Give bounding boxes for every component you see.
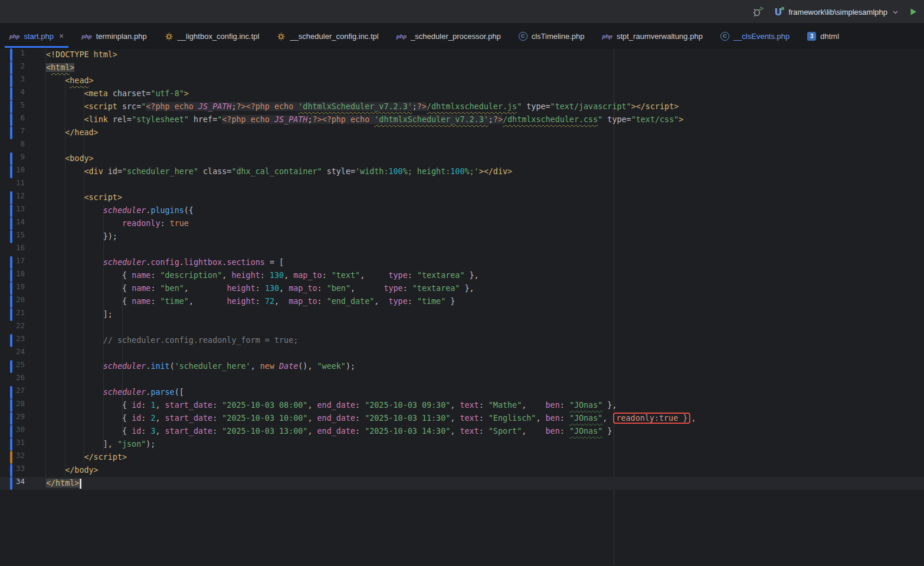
editor-tab[interactable]: phpterminplan.php <box>77 24 151 48</box>
code-line[interactable]: 17 scheduler.config.lightbox.sections = … <box>0 256 924 269</box>
code-line[interactable]: 28 { id: 1, start_date: "2025-10-03 08:0… <box>0 399 924 412</box>
line-number[interactable]: 14 <box>16 217 25 226</box>
line-number[interactable]: 26 <box>16 373 25 382</box>
run-button[interactable] <box>909 7 918 17</box>
run-configuration-selector[interactable]: U framework\lib\simplesamlphp <box>774 6 899 17</box>
code-line[interactable]: 31 ], "json"); <box>0 438 924 451</box>
gutter: 6 <box>0 113 46 126</box>
editor-tab[interactable]: C__clsEvents.php <box>716 24 794 48</box>
vcs-change-marker <box>10 217 12 230</box>
line-number[interactable]: 28 <box>16 399 25 408</box>
code-line[interactable]: 32 </script> <box>0 451 924 464</box>
line-number[interactable]: 4 <box>20 87 25 96</box>
code-line[interactable]: 34</html> <box>0 477 924 490</box>
line-number[interactable]: 22 <box>16 321 25 330</box>
line-number[interactable]: 1 <box>20 48 25 57</box>
code-line[interactable]: 11 <box>0 178 924 191</box>
code-token: : <box>322 271 332 280</box>
code-line[interactable]: 8 <box>0 139 924 152</box>
code-line[interactable]: 21 ]; <box>0 308 924 321</box>
code-line[interactable]: 19 { name: "ben", height: 130, map_to: "… <box>0 282 924 295</box>
code-line[interactable]: 29 { id: 2, start_date: "2025-10-03 10:0… <box>0 412 924 425</box>
code-line[interactable]: 2<html> <box>0 61 924 74</box>
editor-tab[interactable]: CclsTimeline.php <box>514 24 589 48</box>
line-number[interactable]: 13 <box>16 204 25 213</box>
editor-tab-bar: phpstart.php×phpterminplan.php__lightbox… <box>0 24 924 48</box>
line-number[interactable]: 5 <box>20 100 25 109</box>
code-line[interactable]: 30 { id: 3, start_date: "2025-10-03 13:0… <box>0 425 924 438</box>
line-number[interactable]: 16 <box>16 243 25 252</box>
editor-tab[interactable]: phpstart.php× <box>5 24 68 48</box>
code-line[interactable]: 10 <div id="scheduler_here" class="dhx_c… <box>0 165 924 178</box>
line-number[interactable]: 8 <box>20 139 25 148</box>
editor-tab[interactable]: 3dhtml <box>802 24 844 48</box>
line-number[interactable]: 11 <box>16 178 25 187</box>
code-line[interactable]: 1<!DOCTYPE html> <box>0 48 924 61</box>
line-number[interactable]: 18 <box>16 269 25 278</box>
line-number[interactable]: 23 <box>16 334 25 343</box>
line-number[interactable]: 17 <box>16 256 25 265</box>
line-number[interactable]: 20 <box>16 295 25 304</box>
line-number[interactable]: 34 <box>16 477 25 486</box>
line-number[interactable]: 9 <box>20 152 25 161</box>
line-number[interactable]: 21 <box>16 308 25 317</box>
code-line[interactable]: 27 scheduler.parse([ <box>0 386 924 399</box>
code-token: "2025-10-03 09:30" <box>365 401 450 410</box>
debug-listener-icon[interactable] <box>752 6 764 18</box>
code-token: , <box>450 427 460 436</box>
line-number[interactable]: 19 <box>16 282 25 291</box>
line-number[interactable]: 33 <box>16 464 25 473</box>
code-line[interactable]: 25 scheduler.init('scheduler_here', new … <box>0 360 924 373</box>
code-token: { <box>46 271 132 280</box>
code-token: > <box>89 76 94 85</box>
code-line[interactable]: 14 readonly: true <box>0 217 924 230</box>
code-line[interactable]: 5 <script src="<?php echo JS_PATH;?><?ph… <box>0 100 924 113</box>
code-line[interactable]: 4 <meta charset="utf-8"> <box>0 87 924 100</box>
code-line[interactable]: 15 }); <box>0 230 924 243</box>
code-token: "time" <box>160 297 189 306</box>
code-line[interactable]: 6 <link rel="stylesheet" href="<?php ech… <box>0 113 924 126</box>
line-number[interactable]: 3 <box>20 74 25 83</box>
line-number[interactable]: 30 <box>16 425 25 434</box>
line-number[interactable]: 27 <box>16 386 25 395</box>
code-line[interactable]: 24 <box>0 347 924 360</box>
line-number[interactable]: 31 <box>16 438 25 447</box>
code-token: echo <box>274 102 293 111</box>
line-number[interactable]: 6 <box>20 113 25 122</box>
code-line[interactable]: 13 scheduler.plugins({ <box>0 204 924 217</box>
editor-tab[interactable]: __scheduler_config.inc.tpl <box>272 24 383 48</box>
code-line[interactable]: 20 { name: "time", height: 72, map_to: "… <box>0 295 924 308</box>
code-line[interactable]: 22 <box>0 321 924 334</box>
line-number[interactable]: 15 <box>16 230 25 239</box>
gutter: 14 <box>0 217 46 230</box>
code-line[interactable]: 9 <body> <box>0 152 924 165</box>
line-number[interactable]: 7 <box>20 126 25 135</box>
tab-label: __lightbox_config.inc.tpl <box>178 32 260 41</box>
code-line[interactable]: 33 </body> <box>0 464 924 477</box>
code-line[interactable]: 26 <box>0 373 924 386</box>
line-number[interactable]: 12 <box>16 191 25 200</box>
editor[interactable]: 1<!DOCTYPE html>2<html>3 <head>4 <meta c… <box>0 48 924 566</box>
code-token: end_date <box>317 401 356 410</box>
line-number[interactable]: 32 <box>16 451 25 460</box>
code-line[interactable]: 12 <script> <box>0 191 924 204</box>
code-token: echo <box>350 115 369 124</box>
code-line[interactable]: 7 </head> <box>0 126 924 139</box>
editor-tab[interactable]: php_scheduler_processor.php <box>392 24 506 48</box>
code-line[interactable]: 3 <head> <box>0 74 924 87</box>
code-line[interactable]: 18 { name: "description", height: 130, m… <box>0 269 924 282</box>
close-icon[interactable]: × <box>59 32 64 40</box>
editor-tab[interactable]: phpstpt_raumverwaltung.php <box>597 24 707 48</box>
code-token: map_to <box>289 284 317 293</box>
code-token: %;' <box>465 167 479 176</box>
line-number[interactable]: 10 <box>16 165 25 174</box>
line-number[interactable]: 29 <box>16 412 25 421</box>
line-number[interactable]: 25 <box>16 360 25 369</box>
code-token <box>270 115 274 124</box>
line-number[interactable]: 24 <box>16 347 25 356</box>
code-line[interactable]: 16 <box>0 243 924 256</box>
editor-tab[interactable]: __lightbox_config.inc.tpl <box>160 24 264 48</box>
gutter: 33 <box>0 464 46 477</box>
code-line[interactable]: 23 // scheduler.config.readonly_form = t… <box>0 334 924 347</box>
line-number[interactable]: 2 <box>20 61 25 70</box>
